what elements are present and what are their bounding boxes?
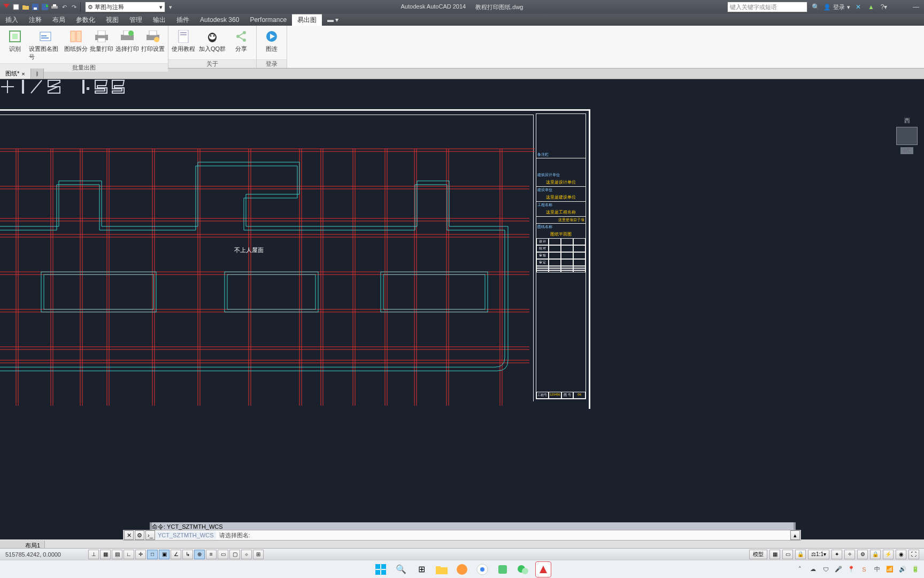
taskbar-search-icon[interactable]: 🔍 bbox=[393, 561, 409, 577]
tab-output[interactable]: 输出 bbox=[148, 14, 171, 26]
taskbar-chrome-icon[interactable] bbox=[474, 561, 490, 577]
blueprint-link-button[interactable]: 图连 bbox=[260, 28, 283, 57]
tray-app-icon[interactable]: S bbox=[860, 565, 868, 574]
tab-view[interactable]: 视图 bbox=[101, 14, 124, 26]
annoauto-icon[interactable]: ✧ bbox=[844, 550, 855, 559]
tray-security-icon[interactable]: 🛡 bbox=[821, 565, 830, 574]
tab-parametric[interactable]: 参数化 bbox=[71, 14, 101, 26]
grid-icon[interactable]: ▤ bbox=[112, 550, 122, 559]
isolate-icon[interactable]: ◉ bbox=[896, 550, 906, 559]
drawing-area[interactable]: 不上人屋面 备注栏 建筑设计单位 这里是设计单位 建设单位 这里是建设单位 工程… bbox=[0, 79, 924, 539]
tray-volume-icon[interactable]: 🔊 bbox=[898, 565, 907, 574]
start-button[interactable] bbox=[373, 561, 389, 577]
command-input[interactable] bbox=[216, 530, 790, 540]
scale-combo[interactable]: ⚖ 1:1 ▾ bbox=[808, 550, 829, 559]
tray-location-icon[interactable]: 📍 bbox=[847, 565, 856, 574]
cleanscreen-icon[interactable]: ⛶ bbox=[908, 550, 919, 559]
view-cube[interactable]: 西 WC bbox=[892, 117, 922, 154]
lwt-icon[interactable]: ≡ bbox=[206, 550, 217, 559]
saveas-icon[interactable] bbox=[41, 3, 49, 11]
toolbar-lock-icon[interactable]: 🔒 bbox=[870, 550, 881, 559]
annoscale-icon[interactable]: 🔒 bbox=[795, 550, 806, 559]
recognize-button[interactable]: 识别 bbox=[3, 28, 27, 61]
set-drawing-name-button[interactable]: 设置图名图号 bbox=[29, 28, 62, 61]
tab-layout[interactable]: 布局 bbox=[47, 14, 71, 26]
new-tab-button[interactable] bbox=[31, 69, 44, 79]
osnap-icon[interactable]: □ bbox=[147, 550, 158, 559]
open-icon[interactable] bbox=[21, 3, 30, 11]
qq-group-button[interactable]: 加入QQ群 bbox=[197, 28, 227, 57]
cube-face[interactable] bbox=[896, 127, 918, 145]
plot-icon[interactable] bbox=[50, 3, 59, 11]
doc-tab-active[interactable]: 图纸*× bbox=[0, 69, 31, 79]
3dosnap-icon[interactable]: ▣ bbox=[159, 550, 170, 559]
taskbar-app1-icon[interactable] bbox=[454, 561, 470, 577]
am-icon[interactable]: ⊞ bbox=[253, 550, 264, 559]
tray-battery-icon[interactable]: 🔋 bbox=[911, 565, 920, 574]
sc-icon[interactable]: ⟐ bbox=[241, 550, 252, 559]
cmd-options-icon[interactable]: ⚙ bbox=[135, 530, 144, 540]
tray-mic-icon[interactable]: 🎤 bbox=[834, 565, 843, 574]
select-print-button[interactable]: 选择打印 bbox=[116, 28, 139, 61]
tab-a360[interactable]: Autodesk 360 bbox=[195, 14, 244, 26]
app-name: Autodesk AutoCAD 2014 bbox=[401, 3, 466, 11]
search-icon[interactable]: 🔍 bbox=[811, 2, 820, 12]
tray-wifi-icon[interactable]: 📶 bbox=[886, 565, 894, 574]
redo-icon[interactable]: ↷ bbox=[70, 3, 78, 11]
tray-onedrive-icon[interactable]: ☁ bbox=[808, 565, 817, 574]
tab-manage[interactable]: 管理 bbox=[124, 14, 148, 26]
svg-rect-94 bbox=[375, 564, 380, 569]
tray-chevron-icon[interactable]: ˄ bbox=[796, 565, 804, 574]
app-menu-icon[interactable] bbox=[2, 3, 11, 11]
qat-overflow-icon[interactable]: ▾ bbox=[166, 3, 175, 11]
cmd-prompt-icon[interactable]: ›_ bbox=[145, 530, 155, 540]
dyn-icon[interactable]: ⊕ bbox=[194, 550, 205, 559]
cmd-close-icon[interactable]: ✕ bbox=[124, 530, 134, 540]
tray-lang[interactable]: 中 bbox=[873, 565, 881, 574]
otrack-icon[interactable]: ∠ bbox=[171, 550, 181, 559]
close-icon[interactable]: × bbox=[21, 71, 25, 77]
tab-plugins[interactable]: 插件 bbox=[171, 14, 195, 26]
batch-print-button[interactable]: 批量打印 bbox=[90, 28, 113, 61]
taskbar-app2-icon[interactable] bbox=[495, 561, 511, 577]
tutorial-button[interactable]: 使用教程 bbox=[172, 28, 195, 57]
polar-icon[interactable]: ✛ bbox=[135, 550, 146, 559]
split-drawing-button[interactable]: 图纸拆分 bbox=[64, 28, 88, 61]
space-toggle[interactable]: 模型 bbox=[749, 550, 767, 559]
tab-yichutu[interactable]: 易出图 bbox=[292, 14, 322, 26]
print-settings-button[interactable]: 打印设置 bbox=[141, 28, 165, 61]
taskbar-wechat-icon[interactable] bbox=[515, 561, 531, 577]
workspace-switcher[interactable]: ⚙ 草图与注释▾ bbox=[85, 2, 165, 12]
taskbar-explorer-icon[interactable] bbox=[434, 561, 450, 577]
ortho-icon[interactable]: ∟ bbox=[124, 550, 134, 559]
ribbon-minimize-icon[interactable]: ▬ ▾ bbox=[322, 14, 344, 26]
cmd-expand-icon[interactable]: ▴ bbox=[790, 530, 800, 540]
help-icon[interactable]: ?▾ bbox=[879, 2, 889, 12]
taskbar-autocad-icon[interactable] bbox=[535, 561, 551, 577]
annovisibility-icon[interactable]: ✦ bbox=[831, 550, 842, 559]
save-icon[interactable] bbox=[31, 3, 40, 11]
infer-constraints-icon[interactable]: ⊥ bbox=[88, 550, 99, 559]
ws-icon[interactable]: ⚙ bbox=[857, 550, 868, 559]
tab-insert[interactable]: 插入 bbox=[0, 14, 24, 26]
grid-display-icon[interactable]: ▦ bbox=[769, 550, 780, 559]
exchange-icon[interactable]: ✕ bbox=[853, 2, 863, 12]
tab-performance[interactable]: Performance bbox=[244, 14, 292, 26]
snap-icon[interactable]: ▦ bbox=[100, 550, 111, 559]
minimize-icon[interactable]: ― bbox=[911, 2, 921, 12]
quickview-icon[interactable]: ▭ bbox=[782, 550, 793, 559]
share-button[interactable]: 分享 bbox=[229, 28, 253, 57]
new-icon[interactable] bbox=[12, 3, 20, 11]
infocenter-search[interactable]: 键入关键字或短语 bbox=[727, 2, 807, 12]
ribbon-group-label: 关于 bbox=[168, 59, 256, 68]
tab-annotate[interactable]: 注释 bbox=[24, 14, 47, 26]
undo-icon[interactable]: ↶ bbox=[60, 3, 68, 11]
a360-icon[interactable]: ▲ bbox=[866, 2, 876, 12]
taskbar-taskview-icon[interactable]: ⊞ bbox=[413, 561, 429, 577]
tpy-icon[interactable]: ▭ bbox=[218, 550, 228, 559]
ducs-icon[interactable]: ↳ bbox=[182, 550, 193, 559]
qp-icon[interactable]: ▢ bbox=[229, 550, 240, 559]
hardware-accel-icon[interactable]: ⚡ bbox=[883, 550, 894, 559]
login-label: 登录 bbox=[833, 3, 845, 11]
login-button[interactable]: 👤 登录 ▾ bbox=[823, 3, 850, 11]
